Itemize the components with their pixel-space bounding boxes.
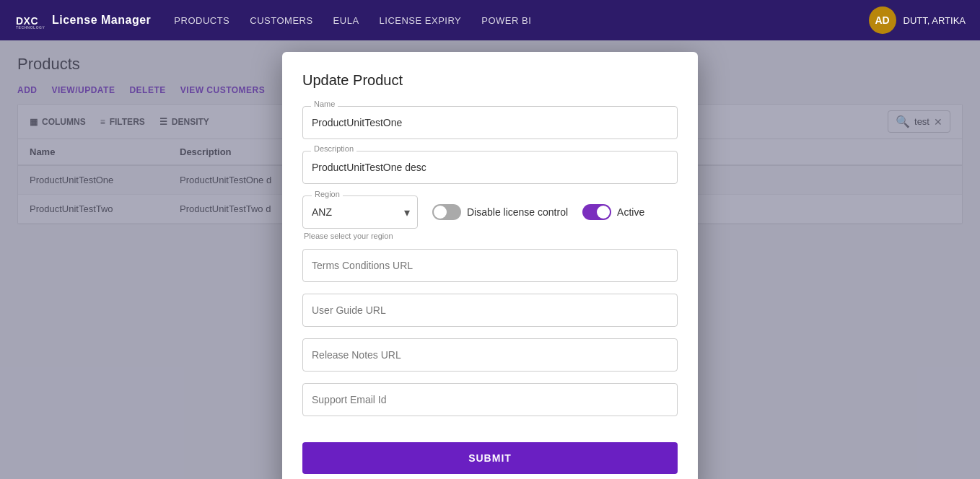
terms-conditions-input[interactable]: [302, 249, 678, 282]
svg-text:TECHNOLOGY: TECHNOLOGY: [16, 25, 45, 30]
terms-conditions-field: [302, 249, 678, 282]
main-content: Products ADD VIEW/UPDATE DELETE VIEW CUS…: [0, 40, 980, 479]
disable-license-label: Disable license control: [467, 206, 568, 218]
region-row: Region ANZ US EU APAC ▾ Disabl: [302, 195, 678, 229]
active-label: Active: [617, 206, 644, 218]
app-title: License Manager: [52, 14, 151, 27]
nav-products[interactable]: PRODUCTS: [174, 15, 229, 26]
description-label: Description: [311, 144, 356, 153]
active-toggle-group: Active: [582, 204, 644, 220]
user-name: DUTT, ARTIKA: [904, 15, 966, 26]
support-email-input[interactable]: [302, 383, 678, 416]
active-toggle[interactable]: [582, 204, 611, 220]
description-field: Description: [302, 151, 678, 184]
navbar: DXC TECHNOLOGY License Manager PRODUCTS …: [0, 0, 980, 40]
support-email-field: [302, 383, 678, 416]
region-select[interactable]: ANZ US EU APAC: [303, 196, 417, 228]
brand: DXC TECHNOLOGY License Manager: [14, 9, 151, 32]
user-guide-input[interactable]: [302, 294, 678, 327]
region-note: Please select your region: [302, 232, 678, 240]
modal-title: Update Product: [302, 72, 678, 89]
release-notes-input[interactable]: [302, 338, 678, 372]
name-label: Name: [311, 100, 338, 108]
dxc-logo: DXC TECHNOLOGY: [14, 9, 45, 32]
name-input[interactable]: [302, 106, 678, 139]
user-info: AD DUTT, ARTIKA: [869, 6, 966, 34]
region-select-wrap: Region ANZ US EU APAC ▾: [302, 195, 418, 229]
disable-license-toggle-group: Disable license control: [432, 204, 568, 220]
release-notes-field: [302, 338, 678, 372]
nav-license-expiry[interactable]: LICENSE EXPIRY: [380, 15, 462, 26]
region-label: Region: [312, 190, 343, 198]
nav-eula[interactable]: EULA: [333, 15, 359, 26]
nav-customers[interactable]: CUSTOMERS: [250, 15, 312, 26]
update-product-modal: Update Product Name Description Region: [282, 52, 698, 479]
disable-license-toggle[interactable]: [432, 204, 461, 220]
user-guide-field: [302, 294, 678, 327]
nav-power-bi[interactable]: POWER BI: [481, 15, 531, 26]
description-input[interactable]: [302, 151, 678, 184]
avatar: AD: [869, 6, 896, 34]
name-field: Name: [302, 106, 678, 139]
nav-links: PRODUCTS CUSTOMERS EULA LICENSE EXPIRY P…: [174, 15, 845, 26]
submit-button[interactable]: SUBMIT: [302, 442, 678, 474]
toggle-knob: [434, 206, 447, 219]
modal-overlay: Update Product Name Description Region: [0, 40, 980, 479]
active-toggle-knob: [597, 206, 610, 219]
